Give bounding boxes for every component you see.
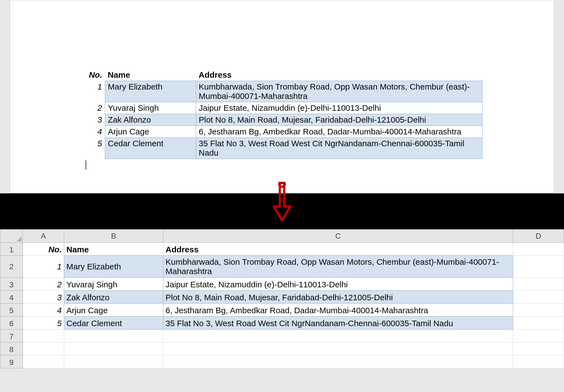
word-table-header-row: No. Name Address xyxy=(82,69,482,81)
cell-b6[interactable]: Cedar Clement xyxy=(64,317,163,329)
cell-a4[interactable]: 3 xyxy=(23,291,64,304)
select-all-triangle-icon xyxy=(17,236,21,241)
table-row: 2 1 Mary Elizabeth Kumbharwada, Sion Tro… xyxy=(0,256,564,278)
table-row: 3 2 Yuvaraj Singh Jaipur Estate, Nizamud… xyxy=(0,278,564,291)
cell-b3[interactable]: Yuvaraj Singh xyxy=(64,278,163,291)
word-name-cell: Mary Elizabeth xyxy=(105,81,196,102)
cell-a7[interactable] xyxy=(23,329,64,342)
excel-panel: A B C D 1 No. Name Address 2 1 Mary Eliz… xyxy=(0,229,564,368)
word-no-cell: 1 xyxy=(82,81,105,102)
word-address-cell: Plot No 8, Main Road, Mujesar, Faridabad… xyxy=(196,114,482,126)
cell-c4[interactable]: Plot No 8, Main Road, Mujesar, Faridabad… xyxy=(163,291,513,304)
word-name-cell: Cedar Clement xyxy=(105,138,196,159)
cell-d5[interactable] xyxy=(513,304,564,317)
arrow-divider xyxy=(0,193,564,229)
word-address-cell: Kumbharwada, Sion Trombay Road, Opp Wasa… xyxy=(196,81,482,102)
cell-c5[interactable]: 6, Jestharam Bg, Ambedkar Road, Dadar-Mu… xyxy=(163,304,513,317)
cell-d1[interactable] xyxy=(513,243,564,256)
cell-d6[interactable] xyxy=(513,317,564,329)
cell-d2[interactable] xyxy=(513,256,564,278)
cell-d3[interactable] xyxy=(513,278,564,291)
table-row: 4 Arjun Cage 6, Jestharam Bg, Ambedkar R… xyxy=(82,126,482,138)
column-header-c[interactable]: C xyxy=(163,229,513,243)
cell-d8[interactable] xyxy=(513,342,564,355)
word-no-cell: 5 xyxy=(82,138,105,159)
word-name-cell: Yuvaraj Singh xyxy=(105,102,196,114)
word-no-cell: 2 xyxy=(82,102,105,114)
cell-b2[interactable]: Mary Elizabeth xyxy=(64,256,163,278)
cell-b5[interactable]: Arjun Cage xyxy=(64,304,163,317)
row-header-9[interactable]: 9 xyxy=(0,355,23,368)
cell-d9[interactable] xyxy=(513,355,564,368)
cell-a5[interactable]: 4 xyxy=(23,304,64,317)
table-row: 7 xyxy=(0,329,564,342)
table-row: 4 3 Zak Alfonzo Plot No 8, Main Road, Mu… xyxy=(0,291,564,304)
row-header-1[interactable]: 1 xyxy=(0,243,23,256)
word-address-cell: 35 Flat No 3, West Road West Cit NgrNand… xyxy=(196,138,482,159)
cell-b4[interactable]: Zak Alfonzo xyxy=(64,291,163,304)
cell-c3[interactable]: Jaipur Estate, Nizamuddin (e)-Delhi-1100… xyxy=(163,278,513,291)
cell-a9[interactable] xyxy=(23,355,64,368)
cell-c1[interactable]: Address xyxy=(163,243,513,256)
table-row: 9 xyxy=(0,355,564,368)
column-header-a[interactable]: A xyxy=(23,229,64,243)
excel-grid[interactable]: A B C D 1 No. Name Address 2 1 Mary Eliz… xyxy=(0,229,564,368)
cell-c8[interactable] xyxy=(163,342,513,355)
table-row: 8 xyxy=(0,342,564,355)
word-address-cell: Jaipur Estate, Nizamuddin (e)-Delhi-1100… xyxy=(196,102,482,114)
cell-b1[interactable]: Name xyxy=(64,243,163,256)
table-row: 6 5 Cedar Clement 35 Flat No 3, West Roa… xyxy=(0,317,564,329)
cell-a2[interactable]: 1 xyxy=(23,256,64,278)
word-header-name: Name xyxy=(105,69,196,81)
word-no-cell: 4 xyxy=(82,126,105,138)
word-name-cell: Arjun Cage xyxy=(105,126,196,138)
table-row: 1 Mary Elizabeth Kumbharwada, Sion Tromb… xyxy=(82,81,482,102)
cell-a6[interactable]: 5 xyxy=(23,317,64,329)
down-arrow-icon xyxy=(270,182,294,223)
cell-b8[interactable] xyxy=(64,342,163,355)
table-row: 2 Yuvaraj Singh Jaipur Estate, Nizamuddi… xyxy=(82,102,482,114)
cell-b7[interactable] xyxy=(64,329,163,342)
cell-a1[interactable]: No. xyxy=(23,243,64,256)
cell-c2[interactable]: Kumbharwada, Sion Trombay Road, Opp Wasa… xyxy=(163,256,513,278)
cell-c6[interactable]: 35 Flat No 3, West Road West Cit NgrNand… xyxy=(163,317,513,329)
word-table: No. Name Address 1 Mary Elizabeth Kumbha… xyxy=(82,69,482,159)
word-header-no: No. xyxy=(82,69,105,81)
cell-c9[interactable] xyxy=(163,355,513,368)
text-cursor xyxy=(86,160,86,170)
table-row: 3 Zak Alfonzo Plot No 8, Main Road, Muje… xyxy=(82,114,482,126)
row-header-6[interactable]: 6 xyxy=(0,317,23,329)
cell-b9[interactable] xyxy=(64,355,163,368)
cell-c7[interactable] xyxy=(163,329,513,342)
select-all-button[interactable] xyxy=(0,229,23,243)
table-row: 5 Cedar Clement 35 Flat No 3, West Road … xyxy=(82,138,482,159)
word-document-panel: No. Name Address 1 Mary Elizabeth Kumbha… xyxy=(0,0,564,193)
column-header-row: A B C D xyxy=(0,229,564,243)
row-header-4[interactable]: 4 xyxy=(0,291,23,304)
document-page: No. Name Address 1 Mary Elizabeth Kumbha… xyxy=(10,0,554,193)
row-header-7[interactable]: 7 xyxy=(0,329,23,342)
cell-d7[interactable] xyxy=(513,329,564,342)
cell-d4[interactable] xyxy=(513,291,564,304)
word-no-cell: 3 xyxy=(82,114,105,126)
row-header-3[interactable]: 3 xyxy=(0,278,23,291)
row-header-2[interactable]: 2 xyxy=(0,256,23,278)
column-header-d[interactable]: D xyxy=(513,229,564,243)
word-address-cell: 6, Jestharam Bg, Ambedkar Road, Dadar-Mu… xyxy=(196,126,482,138)
row-header-5[interactable]: 5 xyxy=(0,304,23,317)
row-header-8[interactable]: 8 xyxy=(0,342,23,355)
table-row: 1 No. Name Address xyxy=(0,243,564,256)
word-header-address: Address xyxy=(196,69,482,81)
table-row: 5 4 Arjun Cage 6, Jestharam Bg, Ambedkar… xyxy=(0,304,564,317)
cell-a8[interactable] xyxy=(23,342,64,355)
word-name-cell: Zak Alfonzo xyxy=(105,114,196,126)
cell-a3[interactable]: 2 xyxy=(23,278,64,291)
column-header-b[interactable]: B xyxy=(64,229,163,243)
